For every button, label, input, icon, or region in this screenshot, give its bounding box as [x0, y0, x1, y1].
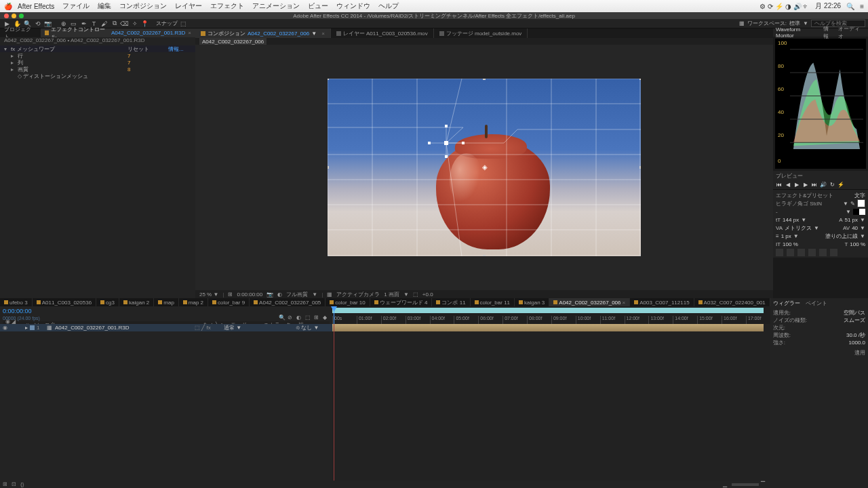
toggle-brackets-icon[interactable]: {}	[20, 481, 27, 488]
menu-animation[interactable]: アニメーション	[252, 1, 300, 11]
param-cols-value[interactable]: 7	[127, 60, 168, 66]
layer-clip[interactable]	[332, 324, 764, 331]
timeline-tab[interactable]: color_bar 10	[326, 298, 370, 306]
close-icon[interactable]: ×	[321, 30, 325, 37]
menu-composition[interactable]: コンポジション	[119, 1, 167, 11]
viewer-exposure[interactable]: +0.0	[422, 291, 433, 298]
viewer-time[interactable]: 0:00:00:00	[237, 291, 262, 298]
toggle-modes-icon[interactable]: ⊡	[12, 481, 18, 488]
font-dropdown[interactable]: ヒラギノ角ゴ StdN	[776, 200, 841, 207]
viewer-guides-icon[interactable]: ▦	[327, 291, 332, 298]
composition-viewer[interactable]: ◈	[195, 45, 773, 290]
super-button[interactable]	[819, 249, 827, 256]
timeline-tab[interactable]: A042_C002_032267_005	[250, 298, 326, 306]
eyedropper-icon[interactable]: ✎	[850, 201, 855, 207]
blend-mode[interactable]: 通常 ▼	[224, 324, 258, 331]
project-tab[interactable]: プロジェクト	[0, 28, 41, 37]
comp-path[interactable]: A042_C002_032267_006	[199, 38, 267, 45]
timeline-tab[interactable]: kaigan 2	[119, 298, 154, 306]
wiggler-mag[interactable]: 1000.0	[849, 340, 865, 346]
layer-twirl[interactable]: ▸	[25, 325, 28, 331]
param-twirl-quality[interactable]: ▸	[11, 66, 18, 73]
info-tab[interactable]: 情報	[823, 25, 834, 40]
workspace-icon[interactable]: ▦	[739, 20, 745, 26]
comp-tab-active[interactable]: コンポジション A042_C002_032267_006 ▼×	[195, 28, 331, 38]
tl-3d-icon[interactable]: ⬚	[305, 314, 312, 321]
leading-value[interactable]: 51 px	[845, 217, 859, 223]
layer-name[interactable]: A042_C002_032267_001.R3D	[55, 325, 193, 331]
snap-label[interactable]: スナップ	[156, 20, 178, 27]
notification-icon[interactable]: ≡	[860, 3, 864, 10]
playhead-line[interactable]	[334, 324, 334, 481]
active-camera-dropdown[interactable]: アクティブカメラ	[336, 291, 380, 298]
viewer-snapshot-icon[interactable]: 📷	[267, 291, 273, 298]
puppet-tool[interactable]: 📍	[140, 20, 149, 28]
caps-button[interactable]	[797, 249, 805, 256]
timeline-tab[interactable]: コンポ 11	[432, 298, 470, 306]
hscale-value[interactable]: 100 %	[850, 241, 865, 247]
menu-app[interactable]: After Effects	[18, 3, 54, 10]
stroke-position-value[interactable]: 塗りの上に線	[825, 232, 858, 240]
zoom-slider[interactable]	[732, 483, 759, 486]
menu-effect[interactable]: エフェクト	[210, 1, 244, 11]
comp-tab-layer[interactable]: レイヤー A011_C003_020536.mov	[331, 28, 434, 38]
preview-play-icon[interactable]: ▶	[793, 181, 800, 188]
mesh-warp-grid[interactable]: ◈	[328, 79, 641, 256]
timeline-tab[interactable]: map 2	[179, 298, 208, 306]
preview-last-icon[interactable]: ⏭	[811, 181, 818, 188]
tl-shy-icon[interactable]: ⊘	[288, 314, 294, 321]
timeline-tab[interactable]: A011_C003_020536	[33, 298, 96, 306]
timeline-tab[interactable]: A042_C002_032267_006 ×	[549, 298, 630, 306]
timeline-tab[interactable]: ufebo 3	[0, 298, 33, 306]
tl-graph-icon[interactable]: ⊞	[314, 314, 321, 321]
spotlight-icon[interactable]: 🔍	[846, 3, 854, 10]
menu-layer[interactable]: レイヤー	[175, 1, 202, 11]
eraser-tool[interactable]: ⌫	[120, 20, 129, 28]
param-twirl-rows[interactable]: ▸	[11, 53, 18, 59]
viewer-channel-icon[interactable]: ◐	[277, 291, 282, 298]
fill-swatch[interactable]	[857, 199, 865, 207]
preview-ram-icon[interactable]: ⚡	[837, 181, 844, 188]
tl-marker-icon[interactable]: ◆	[323, 314, 330, 321]
zoom-out-icon[interactable]: ▁	[723, 481, 730, 488]
timeline-tab[interactable]: cg3	[96, 298, 119, 306]
timeline-tab[interactable]: kaigan 3	[515, 298, 549, 306]
resolution-dropdown[interactable]: フル画質	[286, 291, 308, 298]
reset-link[interactable]: リセット	[127, 45, 168, 53]
waveform-tab[interactable]: Waveform Monitor	[776, 26, 819, 39]
stroke-width-value[interactable]: 1 px	[781, 233, 791, 239]
wiggler-tab[interactable]: ウィグラー	[773, 300, 800, 307]
param-quality-value[interactable]: 8	[127, 66, 168, 73]
wiggler-freq[interactable]: 30.0 /秒	[846, 331, 865, 339]
viewer-resolution-icon[interactable]: ⊞	[228, 291, 233, 298]
timeline-tab[interactable]: A032_C007_022400_001	[694, 298, 770, 306]
timeline-tab[interactable]: color_bar 11	[471, 298, 515, 306]
audio-tab[interactable]: オーディオ	[838, 25, 865, 40]
tracking-value[interactable]: 40	[852, 225, 858, 231]
zoom-in-icon[interactable]: ▔	[761, 481, 768, 488]
effects-presets-tab[interactable]: エフェクト&プリセット	[776, 192, 852, 199]
menu-window[interactable]: ウィンドウ	[336, 1, 370, 11]
window-traffic-lights[interactable]	[4, 14, 24, 18]
time-ruler[interactable]: 00s01:00f02:00f03:00f04:00f05:00f06:00f0…	[332, 316, 770, 324]
character-tab[interactable]: 文字	[854, 192, 865, 199]
menu-file[interactable]: ファイル	[62, 1, 90, 11]
tl-blur-icon[interactable]: ◐	[296, 314, 303, 321]
playhead[interactable]	[334, 306, 334, 324]
menu-view[interactable]: ビュー	[308, 1, 328, 11]
parent-dropdown[interactable]: ⊙ なし ▼	[296, 324, 330, 331]
wiggler-applyto[interactable]: 空間パス	[844, 309, 865, 317]
views-dropdown[interactable]: 1 画面	[384, 291, 399, 298]
preview-loop-icon[interactable]: ↻	[829, 181, 835, 188]
smallcaps-button[interactable]	[808, 249, 816, 256]
sub-button[interactable]	[830, 249, 837, 256]
work-area-bar[interactable]	[332, 308, 764, 313]
fill-stroke-swatches[interactable]	[853, 209, 865, 215]
clone-tool[interactable]: ⧉	[110, 20, 119, 28]
zoom-dropdown[interactable]: 25 % ▼	[199, 291, 218, 298]
effect-name[interactable]: メッシュワープ	[17, 46, 55, 52]
timeline-tab[interactable]: color_bar 9	[208, 298, 250, 306]
snap-toggle[interactable]: ⬚	[179, 20, 188, 28]
apple-icon[interactable]: 🍎	[4, 3, 12, 10]
bold-button[interactable]	[776, 249, 783, 256]
